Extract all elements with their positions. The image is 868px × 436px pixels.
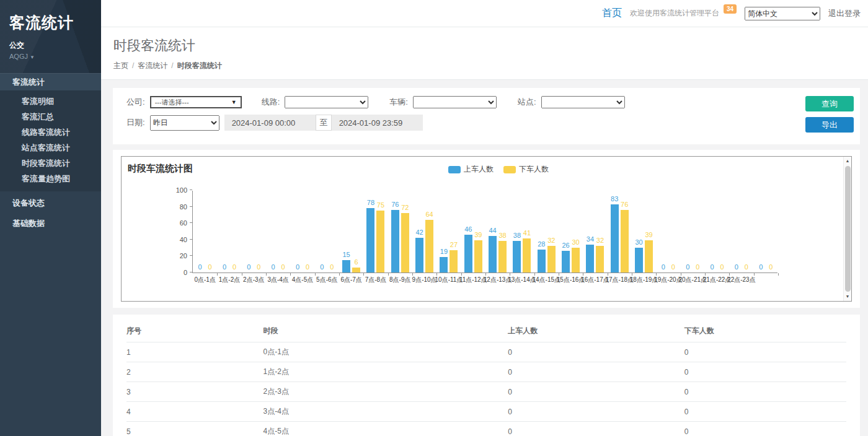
table-cell: 2 (126, 362, 264, 382)
welcome-text: 欢迎使用客流统计管理平台 (630, 8, 719, 19)
bar-value-label: 32 (547, 237, 555, 244)
bar-group: 263015点-16点 (559, 191, 583, 272)
bar-group: 0021点-22点 (705, 191, 729, 272)
bar-value-label: 0 (247, 263, 250, 271)
bar: 76 (391, 210, 399, 272)
bar-value-label: 0 (272, 263, 275, 271)
sidebar-subitem[interactable]: 客流量趋势图 (0, 171, 101, 186)
notification-badge[interactable]: 34 (724, 4, 737, 14)
bar-value-label: 38 (498, 232, 506, 239)
x-axis-tick-label: 4点-5点 (292, 276, 313, 284)
table-cell: 0点-1点 (264, 342, 508, 362)
bar: 6 (352, 268, 360, 272)
sidebar-subitem[interactable]: 时段客流统计 (0, 155, 101, 171)
sidebar-root-items: 设备状态基础数据 (0, 193, 101, 233)
table-cell: 0 (684, 402, 846, 422)
table-cell: 0 (684, 382, 846, 402)
bar-group: 443812点-13点 (485, 191, 510, 272)
table-cell: 0 (508, 342, 684, 362)
page-heading: 时段客流统计 主页/客流统计/时段客流统计 (101, 27, 868, 80)
bar-value-label: 0 (759, 263, 763, 271)
vehicle-select[interactable] (413, 96, 497, 108)
date-preset-select[interactable]: 昨日 (150, 115, 219, 131)
scroll-up-icon[interactable]: ▲ (844, 157, 851, 165)
date-to-input[interactable]: 2024-01-09 23:59 (332, 115, 423, 131)
bar-value-label: 0 (306, 263, 309, 271)
sidebar-subitem[interactable]: 客流明细 (0, 94, 101, 109)
x-axis-tick-mark (388, 273, 389, 276)
hourly-stats-table: 序号时段上车人数下车人数 10点-1点0021点-2点0032点-3点0043点… (126, 320, 846, 436)
breadcrumb-home[interactable]: 主页 (113, 61, 128, 70)
bar: 27 (450, 250, 458, 272)
bar-value-label: 76 (621, 201, 628, 208)
bar-value-label: 26 (562, 242, 569, 249)
bar-group: 303918点-19点 (632, 191, 656, 272)
bar-value-label: 0 (769, 263, 773, 271)
sidebar-subitem[interactable]: 客流汇总 (0, 109, 101, 124)
y-axis-tick-label: 40 (180, 236, 187, 243)
y-axis-tick-label: 80 (180, 203, 187, 211)
table-cell: 0 (684, 342, 846, 362)
caret-down-icon: ▼ (231, 99, 237, 105)
sidebar-section-passenger-stats[interactable]: 客流统计 (0, 73, 101, 90)
bar-value-label: 34 (587, 235, 594, 243)
bar-group: 005点-6点 (315, 191, 339, 272)
language-select[interactable]: 简体中文 (745, 7, 820, 20)
home-link[interactable]: 首页 (602, 7, 622, 20)
x-axis-tick-label: 10点-11点 (435, 276, 463, 284)
table-row: 21点-2点00 (126, 362, 846, 382)
legend-item[interactable]: 上车人数 (448, 164, 494, 175)
date-to-separator: 至 (316, 115, 332, 131)
bar-group: 42649点-10点 (412, 191, 436, 272)
scroll-down-icon[interactable]: ▼ (844, 292, 851, 301)
station-label: 站点: (518, 97, 536, 108)
bar-group: 463911点-12点 (461, 191, 485, 272)
station-select[interactable] (541, 96, 625, 108)
bar-group: 003点-4点 (266, 191, 290, 272)
company-select[interactable]: ---请选择--- ▼ (150, 96, 242, 108)
scrollbar-thumb[interactable] (845, 166, 851, 292)
line-select[interactable] (285, 96, 368, 108)
sidebar-item[interactable]: 设备状态 (0, 193, 101, 213)
y-axis-tick-mark (190, 206, 192, 207)
sidebar-nav: 客流统计 客流明细客流汇总线路客流统计站点客流统计时段客流统计客流量趋势图 设备… (0, 73, 101, 233)
bar-group: 0019点-20点 (656, 191, 680, 272)
breadcrumb-current: 时段客流统计 (177, 61, 222, 70)
user-menu[interactable]: AQGJ▼ (9, 53, 92, 60)
bar: 41 (523, 238, 531, 272)
bar-value-label: 0 (745, 263, 748, 271)
sidebar-item[interactable]: 基础数据 (0, 213, 101, 233)
y-axis-tick-label: 100 (176, 186, 187, 194)
bar-value-label: 46 (464, 225, 472, 233)
x-axis-tick-mark (266, 273, 267, 276)
app-title: 客流统计 (9, 12, 92, 33)
legend-swatch-icon (448, 166, 461, 173)
bar: 76 (621, 210, 629, 272)
table-column-header: 下车人数 (684, 320, 846, 342)
date-from-input[interactable]: 2024-01-09 00:00 (224, 115, 316, 131)
bar-value-label: 0 (662, 263, 665, 271)
sidebar-subitem[interactable]: 线路客流统计 (0, 124, 101, 140)
chart-vertical-scrollbar[interactable]: ▲ ▼ (843, 157, 851, 301)
y-axis-tick-mark (190, 190, 192, 190)
x-axis-tick-mark (778, 273, 779, 276)
bar: 19 (440, 257, 448, 272)
chart-panel: 时段车流统计图 上车人数下车人数 020406080100000点-1点001点… (113, 150, 860, 308)
bar: 42 (415, 238, 423, 272)
legend-item[interactable]: 下车人数 (503, 164, 549, 175)
sidebar-subitem[interactable]: 站点客流统计 (0, 140, 101, 155)
bar-value-label: 0 (296, 263, 299, 271)
search-button[interactable]: 查询 (805, 96, 854, 111)
bar-group: 76728点-9点 (388, 191, 412, 272)
legend-swatch-icon (503, 166, 516, 173)
bar: 78 (366, 208, 374, 272)
chart-plot: 020406080100000点-1点001点-2点002点-3点003点-4点… (192, 191, 777, 273)
export-button[interactable]: 导出 (805, 117, 854, 133)
bar-value-label: 41 (523, 229, 531, 237)
bar-value-label: 72 (401, 204, 409, 211)
bar-value-label: 0 (330, 263, 334, 271)
bar-group: 343216点-17点 (583, 191, 607, 272)
breadcrumb-section[interactable]: 客流统计 (138, 61, 167, 70)
logout-link[interactable]: 退出登录 (828, 8, 861, 19)
table-cell: 0 (684, 422, 846, 436)
